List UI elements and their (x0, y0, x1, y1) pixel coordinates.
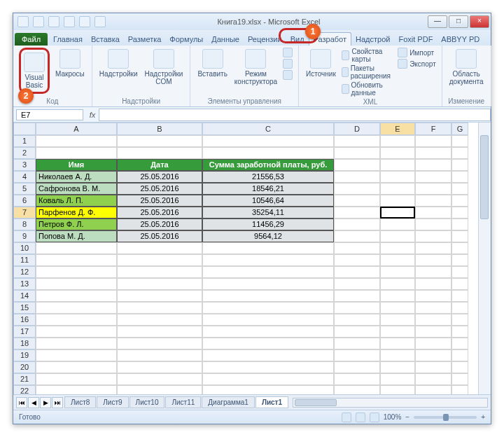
cell[interactable] (451, 338, 468, 349)
cell[interactable] (451, 302, 468, 314)
row-header[interactable]: 5 (13, 183, 36, 195)
cell[interactable] (380, 338, 415, 349)
ext-packs-button[interactable]: Пакеты расширения (342, 64, 393, 80)
cell[interactable] (202, 135, 334, 147)
cell[interactable] (380, 314, 415, 326)
cell[interactable] (36, 326, 117, 338)
name-box[interactable]: E7 (16, 109, 83, 120)
cell[interactable] (415, 183, 451, 195)
cell[interactable]: 25.05.2016 (117, 230, 202, 242)
sheet-tab[interactable]: Диаграмма1 (202, 396, 255, 408)
col-header-a[interactable]: A (36, 123, 117, 135)
cell[interactable] (334, 171, 380, 183)
sheet-tab[interactable]: Лист9 (97, 396, 128, 408)
com-addins-button[interactable]: Надстройки COM (144, 48, 185, 87)
cell[interactable] (117, 326, 202, 338)
col-header-e[interactable]: E (380, 123, 415, 135)
cell[interactable] (380, 302, 415, 314)
document-panel-button[interactable]: Область документа (448, 48, 485, 87)
cell[interactable] (117, 254, 202, 266)
row-header[interactable]: 14 (13, 290, 36, 302)
sheet-nav-next[interactable]: ▶ (40, 397, 51, 408)
col-header-b[interactable]: B (117, 123, 202, 135)
horizontal-scrollbar[interactable] (293, 398, 488, 408)
xml-source-button[interactable]: Источник (304, 48, 337, 79)
cell[interactable] (202, 338, 334, 349)
cell[interactable] (334, 385, 380, 394)
addins-button[interactable]: Надстройки (98, 48, 139, 79)
cell[interactable] (36, 314, 117, 326)
row-header[interactable]: 6 (13, 195, 36, 207)
cell[interactable] (451, 385, 468, 394)
cell[interactable]: Петров Ф. Л. (36, 218, 117, 230)
cell[interactable]: 25.05.2016 (117, 207, 202, 218)
export-button[interactable]: Экспорт (398, 59, 436, 69)
cell[interactable] (334, 361, 380, 373)
cell[interactable]: Имя (36, 159, 117, 171)
cell[interactable]: 18546,21 (202, 183, 334, 195)
view-break-icon[interactable] (370, 412, 379, 422)
tab-review[interactable]: Рецензии (244, 33, 286, 46)
col-header-d[interactable]: D (334, 123, 380, 135)
row-header[interactable]: 2 (13, 147, 36, 159)
cell[interactable] (380, 147, 415, 159)
cell[interactable] (36, 349, 117, 361)
cell[interactable] (36, 254, 117, 266)
row-header[interactable]: 11 (13, 254, 36, 266)
cell[interactable] (415, 195, 451, 207)
cell[interactable] (380, 290, 415, 302)
view-code-button[interactable] (283, 59, 293, 69)
cell[interactable] (36, 278, 117, 290)
cell[interactable]: 11456,29 (202, 218, 334, 230)
cell[interactable] (380, 171, 415, 183)
row-header[interactable]: 19 (13, 349, 36, 361)
redo-icon[interactable] (64, 16, 75, 27)
cell[interactable] (202, 254, 334, 266)
cell[interactable] (380, 373, 415, 385)
cell[interactable] (117, 302, 202, 314)
cell[interactable] (380, 207, 415, 218)
cell[interactable]: Дата (117, 159, 202, 171)
cell[interactable]: Попова М. Д. (36, 230, 117, 242)
design-mode-button[interactable]: Режим конструктора (233, 48, 279, 87)
row-header[interactable]: 15 (13, 302, 36, 314)
cell[interactable] (202, 147, 334, 159)
sheet-nav-first[interactable]: ⏮ (16, 397, 27, 408)
cell[interactable] (334, 290, 380, 302)
cell[interactable]: 25.05.2016 (117, 195, 202, 207)
cell[interactable] (117, 385, 202, 394)
select-all-corner[interactable] (13, 123, 36, 135)
cell[interactable] (380, 385, 415, 394)
cell[interactable] (36, 266, 117, 278)
cell[interactable]: 9564,12 (202, 230, 334, 242)
row-header[interactable]: 8 (13, 218, 36, 230)
cell[interactable] (451, 254, 468, 266)
cell[interactable] (334, 349, 380, 361)
cell[interactable] (380, 254, 415, 266)
cell[interactable] (202, 385, 334, 394)
cell[interactable] (334, 338, 380, 349)
row-header[interactable]: 10 (13, 242, 36, 254)
cell[interactable] (415, 326, 451, 338)
cell[interactable] (451, 147, 468, 159)
cell[interactable] (334, 326, 380, 338)
cell[interactable]: Сумма заработной платы, руб. (202, 159, 334, 171)
import-button[interactable]: Импорт (398, 48, 436, 57)
run-dialog-button[interactable] (283, 70, 293, 80)
cell[interactable]: 35254,11 (202, 207, 334, 218)
row-header[interactable]: 17 (13, 326, 36, 338)
row-header[interactable]: 9 (13, 230, 36, 242)
zoom-in-button[interactable]: + (481, 413, 485, 421)
file-tab[interactable]: Файл (15, 33, 48, 46)
tab-formulas[interactable]: Формулы (165, 33, 207, 46)
formula-input[interactable] (99, 109, 491, 121)
cell[interactable] (202, 349, 334, 361)
cell[interactable] (451, 230, 468, 242)
cell[interactable] (380, 135, 415, 147)
sheet-nav-prev[interactable]: ◀ (28, 397, 39, 408)
cell[interactable] (380, 349, 415, 361)
cell[interactable] (117, 314, 202, 326)
sheet-tab[interactable]: Лист1 (255, 396, 288, 408)
cell[interactable]: Парфенов Д. Ф. (36, 207, 117, 218)
cell[interactable] (380, 326, 415, 338)
